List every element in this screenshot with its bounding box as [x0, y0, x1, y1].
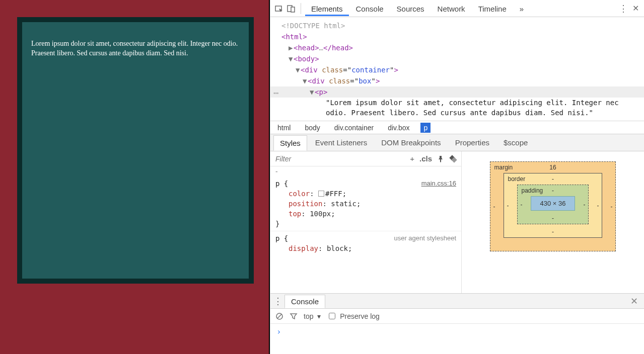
- dom-selected-p[interactable]: ⋯▼<p>: [270, 86, 644, 98]
- rule1-close: }: [275, 219, 456, 229]
- subtab-scope[interactable]: $scope: [497, 135, 534, 150]
- console-drawer: ⋮ Console ✕ top ▾ Preserve log ›: [270, 293, 644, 354]
- tab-elements[interactable]: Elements: [305, 1, 349, 16]
- device-mode-icon[interactable]: [285, 3, 297, 14]
- rendered-paragraph: Lorem ipsum dolor sit amet, consectetur …: [31, 39, 240, 58]
- subtab-styles[interactable]: Styles: [273, 135, 307, 151]
- dom-body[interactable]: body: [298, 55, 315, 63]
- styles-subpanel: Styles Event Listeners DOM Breakpoints P…: [270, 134, 644, 293]
- dom-head[interactable]: head: [298, 44, 315, 52]
- tab-sources[interactable]: Sources: [391, 1, 431, 16]
- close-icon[interactable]: ✕: [630, 3, 641, 14]
- context-selector[interactable]: top ▾: [304, 312, 321, 320]
- bm-margin[interactable]: margin 16 - - border - - - -: [490, 161, 616, 251]
- drawer-menu-icon[interactable]: ⋮: [273, 296, 282, 307]
- breadcrumb: html body div.container div.box p: [270, 121, 644, 134]
- console-prompt[interactable]: ›: [270, 324, 644, 354]
- styles-rules: + .cls - p { main.css:16 color: #FFF; po…: [270, 151, 462, 293]
- preserve-log-checkbox[interactable]: Preserve log: [327, 311, 380, 321]
- drawer-tab-console[interactable]: Console: [284, 295, 325, 308]
- crumb-body[interactable]: body: [302, 123, 323, 133]
- filter-icon[interactable]: [290, 312, 298, 320]
- dom-html[interactable]: html: [285, 33, 303, 41]
- tab-timeline[interactable]: Timeline: [472, 1, 513, 16]
- page-viewport: Lorem ipsum dolor sit amet, consectetur …: [0, 0, 270, 354]
- rule1-selector[interactable]: p {: [275, 179, 288, 189]
- dom-tree[interactable]: <!DOCTYPE html> <html> ▶<head>…</head> ▼…: [270, 17, 644, 121]
- subtab-properties[interactable]: Properties: [449, 135, 495, 150]
- crumb-box[interactable]: div.box: [385, 123, 412, 133]
- svg-rect-2: [291, 7, 295, 12]
- clear-console-icon[interactable]: [275, 312, 283, 320]
- devtools-toolbar: Elements Console Sources Network Timelin…: [270, 0, 644, 17]
- new-rule-button[interactable]: +: [410, 154, 414, 164]
- crumb-html[interactable]: html: [274, 123, 294, 133]
- dom-doctype: <!DOCTYPE html>: [281, 22, 345, 30]
- dom-div-container[interactable]: container: [351, 66, 390, 74]
- pin-icon[interactable]: [437, 155, 444, 162]
- cls-toggle[interactable]: .cls: [419, 154, 432, 164]
- rendered-box: Lorem ipsum dolor sit amet, consectetur …: [22, 22, 249, 279]
- tab-network[interactable]: Network: [432, 1, 471, 16]
- svg-line-6: [277, 314, 281, 318]
- rendered-container: Lorem ipsum dolor sit amet, consectetur …: [17, 17, 254, 284]
- subtab-dom-breakpoints[interactable]: DOM Breakpoints: [375, 135, 447, 150]
- box-model-diagram: margin 16 - - border - - - -: [462, 151, 644, 293]
- bm-content[interactable]: 430 × 36: [531, 196, 576, 211]
- subtab-event-listeners[interactable]: Event Listeners: [309, 135, 373, 150]
- dom-text-node[interactable]: "Lorem ipsum dolor sit amet, consectetur…: [270, 98, 644, 121]
- rule1-source-link[interactable]: main.css:16: [421, 179, 456, 189]
- bm-padding[interactable]: padding - - - - 430 × 36: [517, 185, 589, 224]
- css-rule-1[interactable]: p { main.css:16 color: #FFF; position: s…: [270, 176, 461, 231]
- bm-border[interactable]: border - - - - padding - - -: [504, 173, 603, 238]
- css-rule-2[interactable]: p { user agent stylesheet display: block…: [270, 231, 461, 255]
- devtools-panel: Elements Console Sources Network Timelin…: [270, 0, 644, 354]
- rule2-selector[interactable]: p {: [275, 233, 288, 243]
- hover-icon[interactable]: [449, 155, 457, 163]
- crumb-p[interactable]: p: [420, 123, 431, 133]
- dom-div-box[interactable]: box: [359, 77, 371, 85]
- tab-console[interactable]: Console: [350, 1, 390, 16]
- inspect-icon[interactable]: [273, 3, 284, 14]
- styles-filter-input[interactable]: [274, 154, 405, 163]
- rule2-source: user agent stylesheet: [394, 233, 456, 243]
- tab-overflow[interactable]: »: [514, 1, 530, 16]
- subpanel-tabs: Styles Event Listeners DOM Breakpoints P…: [270, 134, 644, 151]
- kebab-menu-icon[interactable]: ⋮: [618, 3, 629, 14]
- drawer-close-icon[interactable]: ✕: [627, 296, 641, 307]
- crumb-container[interactable]: div.container: [331, 123, 377, 133]
